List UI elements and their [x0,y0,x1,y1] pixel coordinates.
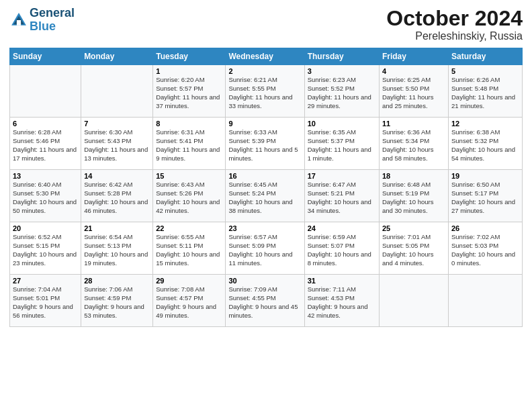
day-number: 31 [308,277,376,285]
calendar-cell: 31Sunrise: 7:11 AMSunset: 4:53 PMDayligh… [304,275,379,327]
calendar-table: SundayMondayTuesdayWednesdayThursdayFrid… [9,48,523,327]
calendar-cell: 6Sunrise: 6:28 AMSunset: 5:46 PMDaylight… [10,118,81,170]
day-number: 13 [13,172,78,180]
logo-text: General Blue [30,7,75,34]
calendar-cell: 29Sunrise: 7:08 AMSunset: 4:57 PMDayligh… [153,275,226,327]
day-number: 21 [84,224,150,232]
calendar-cell: 11Sunrise: 6:36 AMSunset: 5:34 PMDayligh… [379,118,448,170]
day-info: Sunrise: 6:50 AMSunset: 5:17 PMDaylight:… [451,181,519,215]
calendar-cell: 19Sunrise: 6:50 AMSunset: 5:17 PMDayligh… [448,170,522,222]
day-number: 23 [228,224,301,232]
day-number: 2 [228,67,301,75]
calendar-cell: 23Sunrise: 6:57 AMSunset: 5:09 PMDayligh… [226,222,304,275]
calendar-cell [379,275,448,327]
calendar-cell: 7Sunrise: 6:30 AMSunset: 5:43 PMDaylight… [81,118,153,170]
calendar-cell: 1Sunrise: 6:20 AMSunset: 5:57 PMDaylight… [153,65,226,118]
calendar-cell [448,275,522,327]
day-number: 10 [308,120,376,128]
logo-icon [9,11,28,30]
day-number: 1 [156,67,222,75]
calendar-cell: 27Sunrise: 7:04 AMSunset: 5:01 PMDayligh… [10,275,81,327]
calendar-cell: 28Sunrise: 7:06 AMSunset: 4:59 PMDayligh… [81,275,153,327]
day-number: 26 [451,224,519,232]
day-number: 19 [451,172,519,180]
page-title: October 2024 [386,7,523,30]
calendar-cell: 30Sunrise: 7:09 AMSunset: 4:55 PMDayligh… [226,275,304,327]
day-info: Sunrise: 6:33 AMSunset: 5:39 PMDaylight:… [228,128,301,163]
calendar-cell: 15Sunrise: 6:43 AMSunset: 5:26 PMDayligh… [153,170,226,222]
day-info: Sunrise: 7:06 AMSunset: 4:59 PMDaylight:… [84,285,150,320]
page-container: General Blue October 2024 Pereleshinskiy… [0,0,532,411]
day-info: Sunrise: 6:20 AMSunset: 5:57 PMDaylight:… [156,76,222,110]
calendar-cell: 21Sunrise: 6:54 AMSunset: 5:13 PMDayligh… [81,222,153,275]
calendar-header-row: SundayMondayTuesdayWednesdayThursdayFrid… [10,48,523,65]
day-number: 12 [451,120,519,128]
day-info: Sunrise: 6:48 AMSunset: 5:19 PMDaylight:… [382,181,445,215]
svg-rect-2 [17,20,21,26]
calendar-cell: 9Sunrise: 6:33 AMSunset: 5:39 PMDaylight… [226,118,304,170]
logo: General Blue [9,7,75,34]
calendar-cell: 8Sunrise: 6:31 AMSunset: 5:41 PMDaylight… [153,118,226,170]
calendar-cell: 20Sunrise: 6:52 AMSunset: 5:15 PMDayligh… [10,222,81,275]
day-info: Sunrise: 6:40 AMSunset: 5:30 PMDaylight:… [13,181,78,215]
day-info: Sunrise: 6:55 AMSunset: 5:11 PMDaylight:… [156,233,222,267]
day-number: 4 [382,67,445,75]
day-info: Sunrise: 7:09 AMSunset: 4:55 PMDaylight:… [228,285,301,320]
page-header: General Blue October 2024 Pereleshinskiy… [9,7,523,42]
calendar-cell: 13Sunrise: 6:40 AMSunset: 5:30 PMDayligh… [10,170,81,222]
calendar-week-row: 27Sunrise: 7:04 AMSunset: 5:01 PMDayligh… [10,275,523,327]
day-info: Sunrise: 7:08 AMSunset: 4:57 PMDaylight:… [156,285,222,320]
calendar-cell: 24Sunrise: 6:59 AMSunset: 5:07 PMDayligh… [304,222,379,275]
calendar-cell: 14Sunrise: 6:42 AMSunset: 5:28 PMDayligh… [81,170,153,222]
day-info: Sunrise: 6:54 AMSunset: 5:13 PMDaylight:… [84,233,150,267]
day-info: Sunrise: 6:57 AMSunset: 5:09 PMDaylight:… [228,233,301,267]
day-info: Sunrise: 6:43 AMSunset: 5:26 PMDaylight:… [156,181,222,215]
day-number: 29 [156,277,222,285]
logo-line1: General [30,7,75,20]
weekday-header: Saturday [448,48,522,65]
weekday-header: Monday [81,48,153,65]
calendar-cell: 10Sunrise: 6:35 AMSunset: 5:37 PMDayligh… [304,118,379,170]
calendar-cell [81,65,153,118]
day-number: 20 [13,224,78,232]
calendar-week-row: 20Sunrise: 6:52 AMSunset: 5:15 PMDayligh… [10,222,523,275]
title-block: October 2024 Pereleshinskiy, Russia [386,7,523,42]
day-info: Sunrise: 6:23 AMSunset: 5:52 PMDaylight:… [308,76,376,110]
weekday-header: Sunday [10,48,81,65]
weekday-header: Wednesday [226,48,304,65]
day-info: Sunrise: 7:02 AMSunset: 5:03 PMDaylight:… [451,233,519,267]
day-info: Sunrise: 7:04 AMSunset: 5:01 PMDaylight:… [13,285,78,320]
day-number: 11 [382,120,445,128]
calendar-cell: 22Sunrise: 6:55 AMSunset: 5:11 PMDayligh… [153,222,226,275]
calendar-week-row: 6Sunrise: 6:28 AMSunset: 5:46 PMDaylight… [10,118,523,170]
calendar-cell: 4Sunrise: 6:25 AMSunset: 5:50 PMDaylight… [379,65,448,118]
day-info: Sunrise: 6:47 AMSunset: 5:21 PMDaylight:… [308,181,376,215]
day-number: 28 [84,277,150,285]
calendar-cell: 18Sunrise: 6:48 AMSunset: 5:19 PMDayligh… [379,170,448,222]
day-info: Sunrise: 7:01 AMSunset: 5:05 PMDaylight:… [382,233,445,267]
day-number: 9 [228,120,301,128]
page-subtitle: Pereleshinskiy, Russia [386,30,523,42]
calendar-cell: 16Sunrise: 6:45 AMSunset: 5:24 PMDayligh… [226,170,304,222]
weekday-header: Tuesday [153,48,226,65]
day-number: 22 [156,224,222,232]
day-info: Sunrise: 6:30 AMSunset: 5:43 PMDaylight:… [84,128,150,163]
calendar-cell: 17Sunrise: 6:47 AMSunset: 5:21 PMDayligh… [304,170,379,222]
day-info: Sunrise: 6:36 AMSunset: 5:34 PMDaylight:… [382,128,445,163]
day-info: Sunrise: 6:26 AMSunset: 5:48 PMDaylight:… [451,76,519,110]
day-info: Sunrise: 6:59 AMSunset: 5:07 PMDaylight:… [308,233,376,267]
day-info: Sunrise: 6:42 AMSunset: 5:28 PMDaylight:… [84,181,150,215]
calendar-cell: 3Sunrise: 6:23 AMSunset: 5:52 PMDaylight… [304,65,379,118]
calendar-week-row: 13Sunrise: 6:40 AMSunset: 5:30 PMDayligh… [10,170,523,222]
calendar-cell: 12Sunrise: 6:38 AMSunset: 5:32 PMDayligh… [448,118,522,170]
calendar-cell: 5Sunrise: 6:26 AMSunset: 5:48 PMDaylight… [448,65,522,118]
day-info: Sunrise: 6:35 AMSunset: 5:37 PMDaylight:… [308,128,376,163]
day-info: Sunrise: 7:11 AMSunset: 4:53 PMDaylight:… [308,285,376,320]
weekday-header: Thursday [304,48,379,65]
logo-line2: Blue [30,19,56,33]
calendar-cell: 2Sunrise: 6:21 AMSunset: 5:55 PMDaylight… [226,65,304,118]
weekday-header: Friday [379,48,448,65]
calendar-cell: 26Sunrise: 7:02 AMSunset: 5:03 PMDayligh… [448,222,522,275]
day-number: 14 [84,172,150,180]
day-info: Sunrise: 6:28 AMSunset: 5:46 PMDaylight:… [13,128,78,163]
